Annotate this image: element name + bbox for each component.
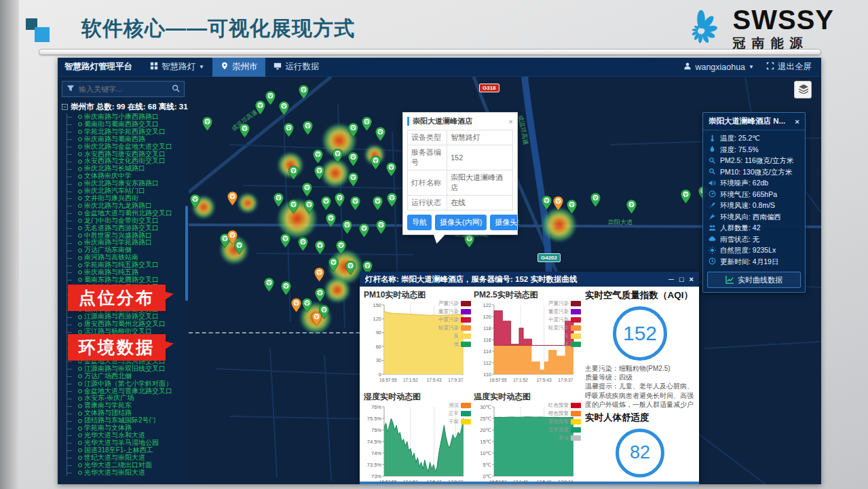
streetlight-marker-online[interactable] [348,152,358,166]
streetlight-marker-online[interactable] [328,257,339,272]
lamp-node-icon [78,374,82,378]
streetlight-marker-online[interactable] [190,194,200,209]
streetlight-marker-online[interactable] [345,261,356,275]
streetlight-marker-online[interactable] [315,288,325,302]
streetlight-marker-online[interactable] [567,200,577,214]
sidebar-scrollbar[interactable] [185,206,188,301]
nav-menu-streetlight[interactable]: 智慧路灯▼ [142,58,212,77]
streetlight-marker-warning[interactable] [227,230,238,244]
streetlight-marker-online[interactable] [284,123,294,137]
streetlight-marker-online[interactable] [273,193,284,207]
streetlight-marker-online[interactable] [281,281,291,295]
legend-item: 重度污染 [438,308,471,316]
sidebar-tree-item[interactable]: 光华大道二绕出口对面 [67,462,189,469]
streetlight-marker-online[interactable] [321,196,331,211]
user-menu[interactable]: wangxiaohua▼ [683,62,754,72]
streetlight-marker-online[interactable] [302,298,312,312]
streetlight-marker-online[interactable] [288,200,299,214]
svg-text:16:57:55: 16:57:55 [379,479,397,484]
streetlight-marker-online[interactable] [342,220,352,234]
streetlight-marker-online[interactable] [359,223,369,238]
streetlight-marker-online[interactable] [303,121,313,135]
map-layers-button[interactable] [794,81,812,98]
camera-internal-button[interactable]: 摄像头(内网) [435,215,487,230]
sidebar-tree-item[interactable]: 崇庆南路与蜀南西路 [67,136,189,143]
streetlight-marker-warning[interactable] [291,298,301,312]
streetlight-marker-warning[interactable] [227,192,238,206]
streetlight-marker-online[interactable] [336,240,346,255]
streetlight-marker-online[interactable] [362,117,372,131]
streetlight-marker-online[interactable] [314,166,324,180]
streetlight-marker-online[interactable] [279,101,289,115]
sidebar-tree-item[interactable]: 光华大道与崇阳大道 [67,469,189,477]
streetlight-marker-online[interactable] [302,183,312,197]
close-icon[interactable]: × [690,275,694,283]
maximize-icon[interactable]: □ [679,275,684,283]
realtime-curve-button[interactable]: 实时曲线数据 [707,272,801,288]
sidebar-tree-item[interactable]: 龙门中街与金带街交叉口 [67,217,189,225]
streetlight-marker-online[interactable] [386,162,396,177]
streetlight-marker-online[interactable] [333,149,343,163]
streetlight-marker-online[interactable] [288,166,299,180]
chart-window-title: 灯杆名称: 崇阳大道澜峰酒店，服务器编号: 152 实时数据曲线 [365,274,668,285]
popup-table: 设备类型智慧路灯服务器编号152灯杆名称崇阳大道澜峰酒店运行状态在线 [407,130,513,211]
sidebar-tree-item[interactable]: 江源中路（第七小学斜对面） [67,380,189,388]
streetlight-marker-online[interactable] [326,213,336,228]
streetlight-marker-online[interactable] [348,173,358,187]
minimize-icon[interactable]: ─ [668,275,674,283]
streetlight-marker-online[interactable] [348,123,358,137]
droplet-icon [709,145,716,154]
streetlight-marker-online[interactable] [387,193,397,207]
legend-item: 正常温度 [548,426,581,434]
nav-menu-running-data[interactable]: 运行数据 [265,58,327,77]
streetlight-marker-warning[interactable] [553,196,563,211]
streetlight-marker-online[interactable] [626,200,637,214]
marker-popup: 崇阳大道澜峰酒店 × 设备类型智慧路灯服务器编号152灯杆名称崇阳大道澜峰酒店运… [402,112,518,235]
streetlight-marker-online[interactable] [299,85,309,99]
collapse-icon[interactable] [62,103,68,111]
streetlight-marker-warning[interactable] [314,268,324,282]
chart-window-titlebar: 灯杆名称: 崇阳大道澜峰酒店，服务器编号: 152 实时数据曲线 ─ □ × [360,272,699,287]
streetlight-marker-online[interactable] [202,117,212,131]
sidebar-tree-item[interactable]: 崇庆北路与金盆地大道交叉口 [67,143,189,151]
filter-icon[interactable] [67,83,75,95]
svg-text:75%: 75% [371,427,381,433]
streetlight-marker-online[interactable] [313,149,323,164]
nav-menu-city[interactable]: 崇州市 [212,58,266,77]
aqi-gauge: 152 [613,306,667,361]
streetlight-marker-online[interactable] [590,193,601,207]
streetlight-marker-online[interactable] [335,193,345,207]
slide-left-strip [0,0,19,489]
streetlight-marker-online[interactable] [280,234,290,248]
lamp-node-icon [78,427,82,431]
streetlight-marker-online[interactable] [304,200,314,214]
grid-icon [150,62,158,72]
tree-root[interactable]: 崇州市 总数: 99 在线: 68 离线: 31 [58,100,189,113]
streetlight-marker-online[interactable] [371,156,381,170]
streetlight-marker-online[interactable] [681,189,691,204]
navigate-button[interactable]: 导航 [407,215,432,230]
sidebar-tree-item[interactable]: 无名道路与西游路交叉口 [67,225,189,232]
streetlight-marker-online[interactable] [315,240,325,255]
camera-external-button[interactable]: 摄像头(外网) [490,215,517,230]
streetlight-marker-online[interactable] [264,278,274,292]
close-icon[interactable]: × [795,117,799,126]
close-icon[interactable]: × [506,117,513,126]
streetlight-marker-online[interactable] [376,220,386,234]
streetlight-marker-online[interactable] [542,196,552,210]
sidebar-tree-item[interactable]: 万达广场西北侧 [67,373,189,380]
streetlight-marker-online[interactable] [375,127,385,141]
exit-fullscreen-button[interactable]: 退出全屏 [766,61,812,73]
svg-text:16:57:53: 16:57:53 [489,479,507,484]
streetlight-marker-online[interactable] [373,196,383,211]
svg-text:17:1:52: 17:1:52 [403,378,418,382]
sidebar-tree-item[interactable]: 世纪大道与崇阳大道 [67,454,189,462]
streetlight-marker-warning[interactable] [312,312,322,326]
streetlight-marker-online[interactable] [350,196,360,211]
legend-item: 严重污染 [548,300,581,308]
streetlight-marker-online[interactable] [265,91,276,105]
search-icon[interactable] [172,83,180,95]
streetlight-marker-online[interactable] [298,237,308,251]
lamp-node-icon [78,471,82,475]
search-input[interactable] [79,85,168,93]
